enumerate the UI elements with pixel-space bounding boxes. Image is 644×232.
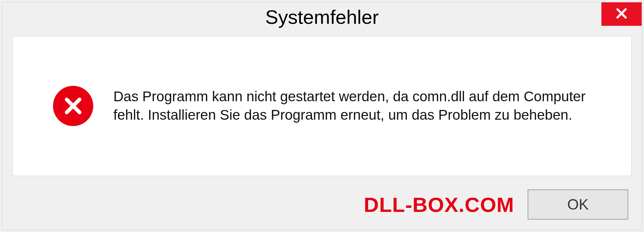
close-icon [614, 6, 629, 22]
titlebar: Systemfehler [2, 2, 642, 33]
error-icon [53, 86, 93, 126]
error-dialog: Systemfehler Das Programm kann nicht ges… [2, 2, 642, 230]
dialog-title: Systemfehler [265, 2, 379, 28]
error-message: Das Programm kann nicht gestartet werden… [113, 88, 601, 124]
close-button[interactable] [601, 2, 642, 26]
dialog-footer: DLL-BOX.COM OK [2, 183, 642, 230]
content-panel: Das Programm kann nicht gestartet werden… [12, 36, 632, 176]
watermark-text: DLL-BOX.COM [364, 193, 514, 217]
ok-button[interactable]: OK [528, 189, 628, 220]
